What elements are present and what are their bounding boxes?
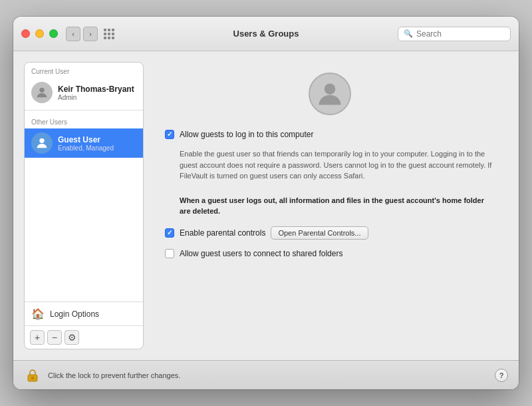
- forward-button[interactable]: ›: [83, 27, 98, 41]
- guest-avatar-large: [309, 73, 351, 115]
- grid-button[interactable]: [102, 27, 116, 41]
- allow-login-label: Allow guests to log in to this computer: [180, 130, 313, 139]
- search-input[interactable]: [416, 29, 505, 39]
- current-user-name: Keir Thomas-Bryant: [58, 85, 136, 94]
- shared-folders-row: Allow guest users to connect to shared f…: [165, 249, 495, 258]
- guest-user-item[interactable]: Guest User Enabled, Managed: [25, 128, 143, 158]
- close-button[interactable]: [21, 29, 30, 38]
- warning-text: When a guest user logs out, all informat…: [165, 195, 495, 217]
- home-icon: 🏠: [31, 307, 45, 320]
- svg-point-0: [39, 88, 44, 93]
- grid-icon: [104, 29, 114, 39]
- other-users-label: Other Users: [25, 113, 143, 128]
- settings-button[interactable]: ⚙: [65, 330, 79, 345]
- search-icon: 🔍: [404, 29, 413, 38]
- lock-text: Click the lock to prevent further change…: [48, 371, 488, 379]
- current-user-role: Admin: [58, 94, 136, 101]
- titlebar: ‹ › Users & Groups 🔍: [13, 17, 519, 51]
- current-user-label: Current User: [25, 63, 143, 78]
- current-user-avatar: [31, 82, 53, 103]
- remove-user-button[interactable]: −: [47, 330, 62, 345]
- allow-login-checkbox[interactable]: [165, 130, 174, 139]
- allow-login-row: Allow guests to log in to this computer: [165, 130, 495, 139]
- parental-controls-row: Enable parental controls Open Parental C…: [165, 226, 495, 240]
- minimize-button[interactable]: [35, 29, 44, 38]
- parental-controls-checkbox[interactable]: [165, 228, 174, 238]
- sidebar: Current User Keir Thomas-Bryant Admin Ot…: [24, 62, 144, 349]
- maximize-button[interactable]: [49, 29, 58, 38]
- open-parental-button[interactable]: Open Parental Controls...: [271, 226, 368, 240]
- sidebar-divider-1: [25, 110, 143, 110]
- help-button[interactable]: ?: [495, 369, 508, 382]
- description-text: Enable the guest user so that friends ca…: [165, 148, 495, 182]
- login-options-item[interactable]: 🏠 Login Options: [25, 302, 143, 325]
- sidebar-toolbar: + − ⚙: [25, 325, 143, 349]
- add-user-button[interactable]: +: [30, 330, 45, 345]
- svg-rect-4: [31, 377, 34, 379]
- main-content: Current User Keir Thomas-Bryant Admin Ot…: [13, 51, 519, 360]
- guest-user-name: Guest User: [58, 135, 136, 144]
- shared-folders-label: Allow guest users to connect to shared f…: [180, 249, 342, 258]
- sidebar-spacer: [25, 158, 143, 302]
- window-title: Users & Groups: [233, 29, 299, 39]
- right-panel: Allow guests to log in to this computer …: [152, 62, 508, 349]
- lock-icon[interactable]: [24, 367, 41, 384]
- bottom-bar: Click the lock to prevent further change…: [13, 360, 519, 389]
- svg-point-1: [39, 138, 44, 143]
- back-button[interactable]: ‹: [66, 27, 80, 41]
- guest-user-info: Guest User Enabled, Managed: [58, 135, 136, 152]
- guest-user-avatar: [31, 132, 53, 154]
- svg-point-2: [325, 83, 336, 95]
- parental-controls-label: Enable parental controls: [180, 228, 265, 238]
- main-window: ‹ › Users & Groups 🔍 Current User: [13, 17, 519, 389]
- nav-buttons: ‹ ›: [66, 27, 98, 41]
- current-user-info: Keir Thomas-Bryant Admin: [58, 85, 136, 101]
- current-user-item[interactable]: Keir Thomas-Bryant Admin: [25, 78, 143, 107]
- shared-folders-checkbox[interactable]: [165, 249, 174, 258]
- guest-user-status: Enabled, Managed: [58, 144, 136, 152]
- search-box[interactable]: 🔍: [398, 27, 511, 41]
- avatar-section: [165, 73, 495, 120]
- traffic-lights: [21, 29, 58, 38]
- login-options-label: Login Options: [50, 309, 99, 319]
